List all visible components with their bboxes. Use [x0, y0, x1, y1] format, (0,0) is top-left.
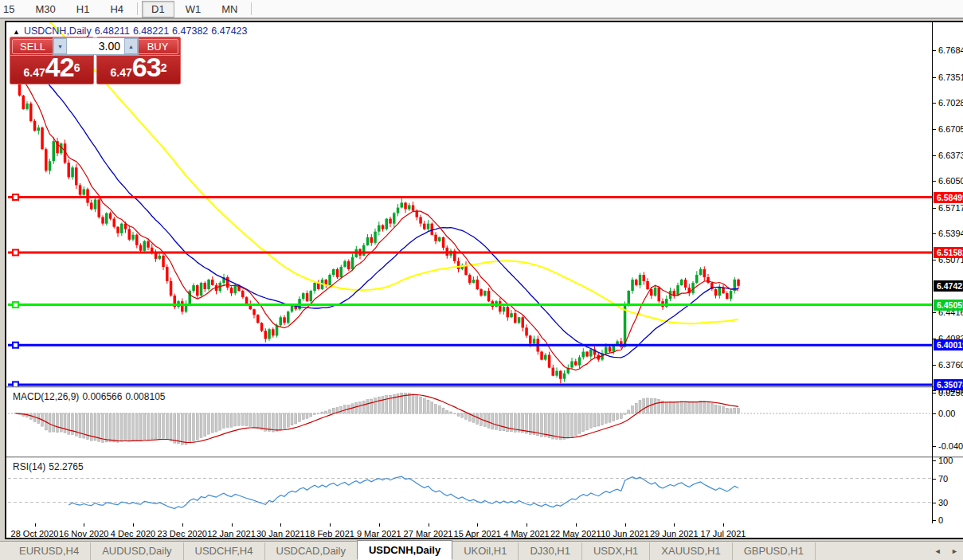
- axis-tick: [932, 50, 936, 51]
- date-axis-tick: [723, 523, 724, 527]
- date-axis-tick: [379, 523, 380, 527]
- axis-tick: [932, 155, 936, 156]
- tab-scroll-right-icon[interactable]: ►: [951, 547, 958, 555]
- date-axis-label: 23 Dec 2020: [158, 529, 207, 538]
- date-axis-label: 12 Jan 2021: [207, 529, 256, 538]
- chart-tab-dj30[interactable]: DJ30,H1: [519, 542, 582, 560]
- axis-tick: [932, 390, 936, 391]
- date-axis-tick: [674, 523, 675, 527]
- quote-close: 6.47423: [211, 25, 247, 37]
- buy-price[interactable]: 6.47632: [97, 52, 180, 83]
- chart-tab-usdchf[interactable]: USDCHF,H4: [184, 542, 265, 560]
- quote-high: 6.48221: [133, 25, 169, 37]
- mt4-application: 15M30H1H4D1W1MN ▲USDCNH,Daily6.482116.48…: [0, 0, 963, 560]
- chart-tab-ukoil[interactable]: UKOil,H1: [452, 542, 519, 560]
- date-axis-label: 28 Oct 2020: [11, 529, 59, 538]
- axis-tick: [932, 77, 936, 78]
- rsi-axis-label: 30: [938, 498, 948, 507]
- price-axis-label: 6.70285: [938, 98, 963, 108]
- price-axis-label: 6.67055: [938, 124, 963, 134]
- volume-increase-button[interactable]: ▲: [124, 38, 138, 54]
- axis-tick: [932, 181, 936, 182]
- date-axis-tick: [477, 523, 478, 527]
- chart-tab-bar: EURUSD,H4AUDUSD,DailyUSDCHF,H4USDCAD,Dai…: [0, 541, 963, 560]
- price-axis-label: 6.76840: [938, 45, 963, 55]
- macd-label: MACD(12,26,9)0.0065660.008105: [13, 391, 169, 402]
- macd-name: MACD(12,26,9): [13, 391, 79, 402]
- chart-tab-usdx[interactable]: USDX,H1: [582, 542, 650, 560]
- tab-scroll-left-icon[interactable]: ◄: [934, 547, 941, 555]
- rsi-value: 52.2765: [49, 461, 83, 472]
- axis-tick: [932, 365, 936, 366]
- volume-decrease-button[interactable]: ▼: [53, 38, 67, 54]
- price-axis-label: 6.53945: [938, 229, 963, 238]
- date-axis-tick: [182, 523, 183, 527]
- chart-window: ▲USDCNH,Daily6.482116.482216.473826.4742…: [5, 21, 963, 539]
- hline-price-badge: 6.51582: [934, 247, 963, 258]
- current-price-badge: 6.47423: [934, 280, 963, 292]
- pane-separator-1[interactable]: [6, 386, 963, 389]
- hline-price-badge: 6.40019: [934, 339, 963, 350]
- volume-control: ▼ ▲: [53, 37, 139, 55]
- rsi-axis-label: 70: [938, 474, 948, 484]
- date-axis-label: 4 Dec 2020: [111, 529, 155, 538]
- date-axis-label: 10 Jun 2021: [601, 529, 649, 538]
- chart-tab-audusd[interactable]: AUDUSD,Daily: [91, 542, 183, 560]
- chart-title: ▲USDCNH,Daily6.482116.482216.473826.4742…: [13, 25, 250, 37]
- timeframe-button-mn[interactable]: MN: [212, 1, 247, 18]
- date-axis-label: 18 Feb 2021: [305, 529, 354, 538]
- date-axis-label: 9 Mar 2021: [357, 529, 401, 538]
- timeframe-button-w1[interactable]: W1: [176, 1, 211, 18]
- axis-tick: [932, 460, 936, 461]
- axis-tick: [932, 520, 936, 521]
- quote-open: 6.48211: [95, 25, 130, 37]
- axis-tick: [932, 479, 936, 480]
- collapse-triangle-icon[interactable]: ▲: [13, 28, 20, 36]
- chart-tab-xauusd[interactable]: XAUUSD,H1: [650, 542, 732, 560]
- axis-tick: [932, 260, 936, 260]
- price-axis-label: 6.60500: [938, 176, 963, 186]
- toolbar-separator: [251, 2, 252, 15]
- price-axis-label: 6.57175: [938, 203, 963, 213]
- timeframe-toolbar: 15M30H1H4D1W1MN: [0, 0, 963, 19]
- chart-tab-usdcad[interactable]: USDCAD,Daily: [265, 542, 358, 560]
- date-axis-tick: [280, 523, 281, 527]
- chart-tab-usdcnh[interactable]: USDCNH,Daily: [357, 540, 452, 560]
- date-axis-label: 16 Nov 2020: [59, 529, 108, 538]
- buy-price-prefix: 6.47: [111, 66, 132, 79]
- date-axis-tick: [35, 523, 36, 527]
- chart-tab-gbpusd[interactable]: GBPUSD,H1: [733, 542, 816, 560]
- date-axis-tick: [84, 523, 84, 527]
- chart-tab-eurusd[interactable]: EURUSD,H4: [8, 542, 91, 560]
- timeframe-button-d1[interactable]: D1: [142, 1, 174, 18]
- date-axis-label: 29 Jun 2021: [650, 529, 699, 538]
- timeframe-button-h4[interactable]: H4: [100, 1, 133, 18]
- date-axis-label: 22 May 2021: [550, 529, 601, 538]
- rsi-pane[interactable]: [8, 460, 932, 523]
- timeframe-button-15[interactable]: 15: [0, 1, 24, 18]
- volume-input[interactable]: [67, 38, 124, 54]
- tab-scroll-arrows: ◄ ►: [926, 547, 958, 555]
- axis-tick: [932, 413, 936, 414]
- date-axis-label: 17 Jul 2021: [701, 529, 746, 538]
- timeframe-button-m30[interactable]: M30: [25, 1, 65, 18]
- date-axis-label: 4 May 2021: [503, 529, 549, 538]
- pane-separator-2[interactable]: [6, 456, 963, 459]
- axis-tick: [932, 446, 936, 447]
- rsi-axis-label: 0: [938, 515, 943, 525]
- date-axis-tick: [576, 523, 577, 527]
- axis-tick: [932, 233, 936, 234]
- axis-tick: [932, 129, 936, 130]
- date-axis-tick: [625, 523, 626, 527]
- macd-axis-label: 0.00: [938, 409, 955, 418]
- buy-price-sup: 2: [161, 61, 167, 74]
- one-click-trading-panel: SELL 6.47426 BUY 6.47632 ▼ ▲: [10, 37, 182, 84]
- timeframe-button-h1[interactable]: H1: [67, 1, 100, 18]
- axis-tick: [932, 503, 936, 503]
- date-axis-tick: [429, 523, 429, 527]
- macd-main-value: 0.006566: [82, 391, 122, 402]
- macd-axis-label: -0.040385: [938, 441, 963, 451]
- quote-low: 6.47382: [172, 25, 208, 37]
- sell-price[interactable]: 6.47426: [10, 52, 93, 83]
- axis-tick: [932, 103, 936, 104]
